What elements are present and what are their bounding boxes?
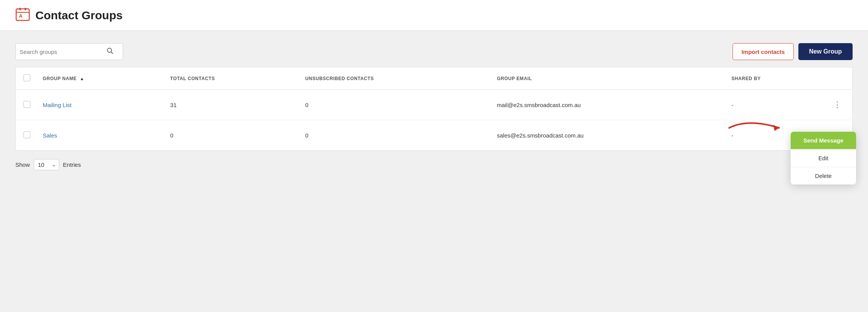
svg-rect-2: [25, 8, 26, 10]
row1-unsubscribed-contacts: 0: [299, 90, 491, 120]
page-wrapper: A Contact Groups Import contacts New Gro…: [0, 0, 868, 312]
row2-checkbox-col: [16, 120, 37, 151]
show-label: Show: [15, 161, 30, 168]
row2-group-email: sales@e2s.smsbroadcast.com.au: [491, 120, 725, 151]
row1-group-email: mail@e2s.smsbroadcast.com.au: [491, 90, 725, 120]
row1-actions-button[interactable]: ⋮: [830, 98, 845, 111]
row2-group-name: Sales: [37, 120, 164, 151]
groups-table: GROUP NAME ▲ TOTAL CONTACTS UNSUBSCRIBED…: [16, 67, 852, 150]
table-container: GROUP NAME ▲ TOTAL CONTACTS UNSUBSCRIBED…: [15, 67, 853, 151]
header-group-name: GROUP NAME ▲: [37, 67, 164, 90]
row2-actions-col: ⋮ Send Message Edit Delete: [824, 120, 852, 151]
svg-rect-3: [16, 12, 29, 13]
page-title: Contact Groups: [35, 9, 123, 22]
row2-unsubscribed-contacts: 0: [299, 120, 491, 151]
footer-bar: Show 10 25 50 100 Entries: [15, 159, 853, 170]
svg-text:A: A: [19, 13, 23, 19]
header-group-email: GROUP EMAIL: [491, 67, 725, 90]
svg-rect-0: [16, 9, 29, 20]
toolbar-right: Import contacts New Group: [733, 43, 853, 60]
main-content: Import contacts New Group GROUP NAME ▲: [0, 31, 868, 183]
mailing-list-link[interactable]: Mailing List: [43, 102, 72, 108]
select-all-checkbox[interactable]: [23, 74, 30, 81]
table-row: Sales 0 0 sales@e2s.smsbroadcast.com.au …: [16, 120, 852, 151]
row1-shared-by: -: [725, 90, 824, 120]
context-menu-delete[interactable]: Delete: [791, 167, 856, 185]
contact-groups-icon: A: [15, 7, 30, 23]
table-row: Mailing List 31 0 mail@e2s.smsbroadcast.…: [16, 90, 852, 120]
table-header-row: GROUP NAME ▲ TOTAL CONTACTS UNSUBSCRIBED…: [16, 67, 852, 90]
header-unsubscribed-contacts: UNSUBSCRIBED CONTACTS: [299, 67, 491, 90]
new-group-button[interactable]: New Group: [798, 43, 853, 60]
show-select-wrapper: 10 25 50 100: [34, 159, 59, 170]
svg-rect-1: [19, 8, 21, 10]
header-actions: [824, 67, 852, 90]
sort-icon: ▲: [80, 76, 84, 81]
row1-actions-col: ⋮: [824, 90, 852, 120]
row2-total-contacts: 0: [164, 120, 299, 151]
header-shared-by: SHARED BY: [725, 67, 824, 90]
header-checkbox-col: [16, 67, 37, 90]
row1-group-name: Mailing List: [37, 90, 164, 120]
header-total-contacts: TOTAL CONTACTS: [164, 67, 299, 90]
header-bar: A Contact Groups: [0, 0, 868, 31]
svg-line-6: [111, 52, 113, 54]
row1-checkbox-col: [16, 90, 37, 120]
search-icon: [107, 47, 114, 56]
row1-total-contacts: 31: [164, 90, 299, 120]
toolbar: Import contacts New Group: [15, 43, 853, 60]
import-contacts-button[interactable]: Import contacts: [733, 43, 794, 60]
row2-checkbox[interactable]: [23, 131, 30, 138]
sales-link[interactable]: Sales: [43, 132, 57, 139]
row1-checkbox[interactable]: [23, 101, 30, 108]
search-input[interactable]: [20, 49, 104, 55]
search-box: [15, 43, 123, 60]
entries-label: Entries: [63, 161, 81, 168]
context-menu-edit[interactable]: Edit: [791, 149, 856, 167]
context-menu: Send Message Edit Delete: [791, 132, 856, 185]
context-menu-send-message[interactable]: Send Message: [791, 132, 856, 149]
show-entries-select[interactable]: 10 25 50 100: [34, 159, 59, 170]
